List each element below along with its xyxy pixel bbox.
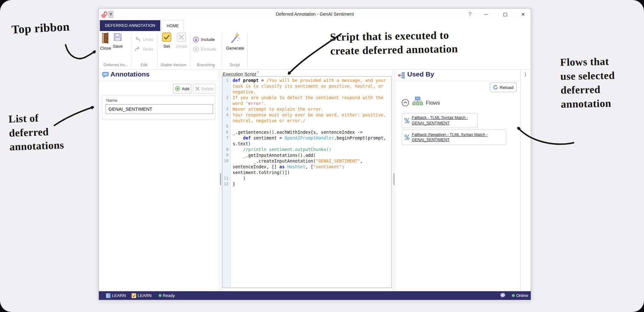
add-plus-icon — [175, 86, 180, 91]
name-input[interactable] — [106, 104, 213, 114]
maximize-icon — [504, 13, 507, 16]
exclude-x-circle-icon — [193, 46, 199, 52]
save-icon — [113, 32, 122, 42]
help-superscript-icon[interactable]: ? — [257, 71, 259, 75]
comment-bubble-icon — [102, 72, 109, 78]
online-status-dot — [512, 294, 515, 297]
reload-icon — [493, 85, 498, 90]
flow-match-icon — [404, 134, 410, 140]
learn-book-icon — [106, 293, 111, 298]
flow-link-text: Fallback (Negative) - TLML Syntax Match … — [412, 132, 488, 143]
help-icon: ? — [469, 12, 472, 17]
titlebar: ▼ Deferred Annotation - GenAI Sentiment … — [99, 9, 531, 20]
include-button[interactable]: Include — [193, 35, 215, 44]
used-by-tree-icon — [398, 72, 405, 79]
unset-button: Unset — [175, 32, 188, 49]
maximize-button[interactable] — [500, 10, 510, 19]
code-lines: 1def prompt = /You will be provided with… — [222, 77, 391, 187]
flows-section-label: Flows — [426, 100, 440, 106]
screenshot-root: ▼ Deferred Annotation - GenAI Sentiment … — [0, 0, 644, 312]
close-window-button[interactable]: ✕ — [518, 10, 528, 19]
used-by-panel-title: Used By — [407, 70, 434, 78]
group-label-stable-version: Stable Version — [157, 63, 190, 67]
exclude-button-label: Exclude — [201, 47, 216, 52]
app-window: ▼ Deferred Annotation - GenAI Sentiment … — [99, 8, 531, 300]
ribbon-divider — [131, 33, 131, 67]
flows-collapse-button[interactable] — [402, 99, 409, 108]
add-button[interactable]: Add — [173, 84, 191, 93]
status-ready: Ready — [163, 293, 175, 298]
set-button[interactable]: Set — [162, 32, 172, 49]
ribbon-divider — [157, 33, 157, 67]
arrow-top-ribbon — [66, 45, 95, 59]
save-button[interactable]: Save — [112, 32, 123, 49]
annotations-panel-title: Annotations — [110, 70, 149, 78]
tab-deferred-annotation[interactable]: DEFERRED ANNOTATION — [100, 20, 160, 31]
right-splitter[interactable] — [393, 69, 395, 292]
delete-x-icon — [195, 86, 200, 91]
status-learn-1: LEARN — [112, 293, 126, 298]
ready-status-dot — [159, 294, 162, 297]
ribbon: Close Save ▼ — [99, 31, 531, 69]
flows-hierarchy-icon — [412, 96, 423, 107]
note-top-ribbon: Top ribbon — [11, 20, 70, 36]
generate-button[interactable]: Generate — [226, 32, 245, 51]
note-list: List of deferred annotations — [8, 110, 64, 154]
left-splitter[interactable] — [219, 69, 221, 292]
redo-icon — [134, 46, 141, 52]
include-button-label: Include — [201, 37, 215, 42]
ribbon-divider — [190, 33, 190, 67]
include-down-circle-icon — [193, 36, 199, 43]
splitter-grip[interactable] — [394, 173, 394, 185]
close-button-label: Close — [100, 46, 111, 51]
feedback-bubble-icon[interactable] — [500, 293, 505, 298]
exclude-button: Exclude — [193, 45, 216, 53]
generate-button-label: Generate — [226, 46, 244, 51]
group-label-script: Script — [222, 63, 247, 67]
close-button[interactable]: Close — [99, 32, 112, 51]
add-button-label: Add — [182, 86, 189, 91]
delete-button: Delete — [193, 84, 216, 93]
flow-link-text: Fallback - TLML Syntax Match -GENAI_SENT… — [412, 115, 468, 126]
ribbon-divider — [247, 33, 248, 67]
collapse-chevron-icon[interactable]: ⟩ — [524, 72, 526, 77]
unset-x-icon — [177, 32, 186, 42]
reload-button[interactable]: Reload — [490, 83, 517, 92]
undo-icon — [134, 37, 141, 42]
magic-wand-icon — [229, 32, 241, 44]
delete-button-label: Delete — [201, 86, 214, 91]
learn-check-icon — [131, 293, 136, 298]
undo-button: Undo — [134, 35, 153, 44]
used-by-panel: Used By Reload — [395, 69, 520, 292]
panel-collapse-strip: ⟩ — [520, 69, 531, 292]
help-button[interactable]: ? — [465, 10, 475, 19]
code-editor[interactable]: 1def prompt = /You will be provided with… — [222, 76, 392, 288]
status-learn-2: LEARN — [138, 293, 151, 298]
group-label-edit: Edit — [131, 63, 157, 67]
note-flows: Flows that use selected deferred annotat… — [560, 55, 615, 111]
tab-home[interactable]: HOME — [162, 20, 184, 31]
close-icon: ✕ — [521, 12, 525, 17]
group-label-deferred-annotation: Deferred An... — [101, 63, 131, 67]
redo-button: Redo — [134, 45, 153, 53]
splitter-grip[interactable] — [220, 173, 221, 185]
panel-divider — [395, 81, 520, 81]
minimize-icon — [484, 14, 488, 15]
redo-button-label: Redo — [143, 47, 153, 52]
flow-link-fallback-negative[interactable]: Fallback (Negative) - TLML Syntax Match … — [402, 130, 506, 145]
background-canvas: ▼ Deferred Annotation - GenAI Sentiment … — [0, 0, 644, 312]
reload-button-label: Reload — [500, 85, 513, 90]
group-label-branching: Branching — [190, 63, 222, 67]
set-button-label: Set — [163, 44, 170, 49]
note-execution-script: Script that is executed to create deferr… — [330, 28, 458, 58]
name-field-label: Name — [106, 98, 117, 103]
chevron-up-circle-icon — [402, 99, 409, 107]
panel-divider — [99, 81, 219, 81]
flow-link-fallback[interactable]: Fallback - TLML Syntax Match -GENAI_SENT… — [402, 113, 478, 128]
door-icon — [101, 32, 110, 44]
content-area: Annotations Add Delete — [99, 69, 531, 292]
minimize-button[interactable] — [481, 10, 491, 19]
unset-button-label: Unset — [176, 44, 187, 49]
flow-match-icon — [404, 117, 410, 124]
execution-script-label: Execution Script? — [223, 71, 259, 77]
